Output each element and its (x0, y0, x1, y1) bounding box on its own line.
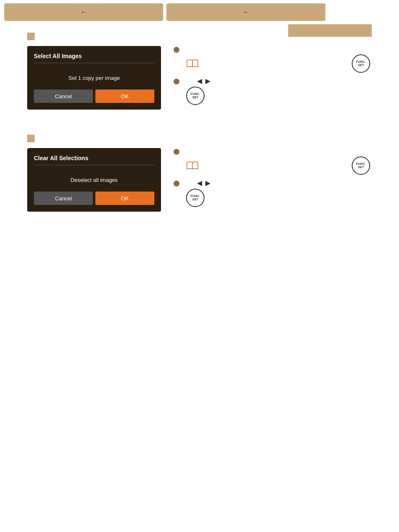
anno-func-indent-1: FUNC. SET (186, 87, 370, 105)
back-arrow-left-icon: ← (80, 8, 87, 17)
bullet-2 (174, 79, 179, 84)
book-icon-2 (186, 161, 199, 171)
clear-all-dialog-buttons: Cancel OK (34, 192, 154, 205)
arrows-area-2: ◀ ▶ (195, 179, 212, 187)
arrow-left-icon-1: ◀ (197, 77, 202, 85)
anno-func-indent-2: FUNC. SET (186, 189, 370, 207)
back-button-left[interactable]: ← (4, 3, 163, 21)
anno-line-4: ◀ ▶ (174, 179, 370, 187)
func-set-button-2[interactable]: FUNC. SET (352, 156, 370, 175)
anno-block-3: FUNC. SET (174, 148, 370, 175)
arrow-left-icon-2: ◀ (197, 179, 202, 187)
anno-block-4: ◀ ▶ FUNC. SET (174, 179, 370, 207)
clear-all-cancel-button[interactable]: Cancel (34, 192, 93, 205)
select-all-dialog: Select All Images Set 1 copy per image C… (27, 46, 161, 110)
anno-block-1: FUNC. SET (174, 46, 370, 73)
select-all-dialog-buttons: Cancel OK (34, 90, 154, 103)
book-icon-1 (186, 59, 199, 69)
section-icon-2 (27, 135, 35, 142)
top-navigation: ← ← (0, 0, 399, 24)
arrow-right-icon-2: ▶ (205, 179, 210, 187)
func-set-button-1[interactable]: FUNC. SET (352, 54, 370, 73)
clear-all-dialog: Clear All Selections Deselect all images… (27, 148, 161, 212)
anno-line-1 (174, 46, 370, 53)
section-1-annotations: FUNC. SET ◀ ▶ FUNC. (174, 46, 370, 107)
func-set-button-1b[interactable]: FUNC. SET (186, 87, 205, 105)
clear-all-dialog-body: Deselect all images (34, 169, 154, 192)
back-button-right[interactable]: ← (166, 3, 325, 21)
set-label-2: SET (358, 166, 364, 169)
set-label-2b: SET (192, 198, 199, 201)
select-all-ok-button[interactable]: OK (95, 90, 154, 103)
anno-book-indent-2: FUNC. SET (186, 156, 370, 175)
select-all-dialog-title: Select All Images (34, 53, 154, 63)
anno-line-3 (174, 148, 370, 155)
anno-line-2: ◀ ▶ (174, 77, 370, 85)
section-1-content: Select All Images Set 1 copy per image C… (27, 46, 372, 110)
section-icon-1 (27, 33, 35, 40)
set-label-1: SET (358, 64, 364, 67)
clear-all-dialog-title: Clear All Selections (34, 155, 154, 165)
anno-book-indent-1: FUNC. SET (186, 54, 370, 73)
clear-all-ok-button[interactable]: OK (95, 192, 154, 205)
section-clear-all: Clear All Selections Deselect all images… (27, 135, 372, 212)
func-set-button-2b[interactable]: FUNC. SET (186, 189, 205, 207)
arrow-right-icon-1: ▶ (205, 77, 210, 85)
select-all-cancel-button[interactable]: Cancel (34, 90, 93, 103)
select-all-dialog-body: Set 1 copy per image (34, 67, 154, 90)
back-arrow-right-icon: ← (242, 8, 250, 17)
bullet-4 (174, 181, 179, 187)
anno-block-2: ◀ ▶ FUNC. SET (174, 77, 370, 105)
bullet-3 (174, 149, 179, 155)
mid-tab-container (0, 118, 399, 130)
section-2-content: Clear All Selections Deselect all images… (27, 148, 372, 212)
bullet-1 (174, 47, 179, 53)
set-label-1b: SET (192, 96, 199, 99)
arrows-area-1: ◀ ▶ (195, 77, 212, 85)
section-select-all: Select All Images Set 1 copy per image C… (27, 33, 372, 110)
section-2-annotations: FUNC. SET ◀ ▶ FUNC. (174, 148, 370, 210)
